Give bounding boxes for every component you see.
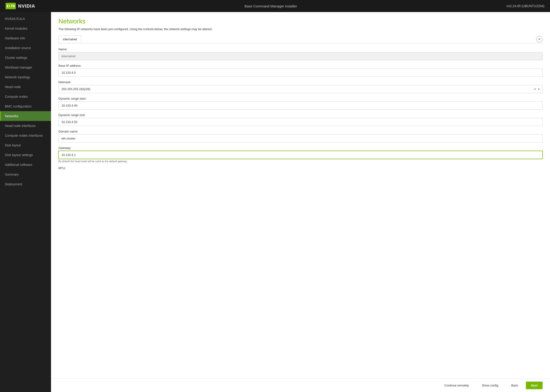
app-version: v10.24.05 (UBUNTU2204) bbox=[507, 4, 544, 8]
tab-bar: internalnet + bbox=[58, 35, 543, 43]
continue-remotely-button[interactable]: Continue remotely bbox=[439, 382, 474, 389]
gateway-label: Gateway: bbox=[58, 146, 543, 150]
dynamic-range-start-field: Dynamic range start: bbox=[58, 97, 543, 110]
netmask-clear-icon[interactable]: ✕ bbox=[533, 87, 537, 91]
sidebar-item-nvdia-eula[interactable]: NVIDIA EULA bbox=[0, 14, 51, 24]
content-footer: Continue remotely Show config Back Next bbox=[51, 378, 550, 392]
base-ip-input[interactable] bbox=[58, 69, 543, 77]
name-label: Name: bbox=[58, 48, 543, 51]
back-button[interactable]: Back bbox=[506, 382, 523, 389]
sidebar-item-kernel-modules[interactable]: Kernel modules bbox=[0, 24, 51, 33]
sidebar-item-summary[interactable]: Summary bbox=[0, 170, 51, 179]
page-title: Networks bbox=[58, 18, 543, 25]
gateway-field: Gateway: By default the head node will b… bbox=[58, 146, 543, 163]
netmask-dropdown-icon[interactable]: ▾ bbox=[537, 88, 541, 91]
base-ip-field: Base IP address: bbox=[58, 64, 543, 77]
name-input[interactable] bbox=[58, 52, 543, 60]
app-title: Base Command Manager installer bbox=[244, 4, 297, 8]
dynamic-range-end-field: Dynamic range end: bbox=[58, 113, 543, 126]
nvidia-brand-text: NVIDIA bbox=[18, 3, 35, 9]
sidebar-item-hardware-info[interactable]: Hardware info bbox=[0, 33, 51, 43]
sidebar-item-installation-source[interactable]: Installation source bbox=[0, 43, 51, 53]
domain-name-label: Domain name: bbox=[58, 130, 543, 133]
sidebar-item-bmc-configuration[interactable]: BMC configuration bbox=[0, 101, 51, 111]
sidebar-item-deployment[interactable]: Deployment bbox=[0, 179, 51, 189]
logo-area: NVIDIA bbox=[6, 3, 35, 9]
main-layout: NVIDIA EULAKernel modulesHardware infoIn… bbox=[0, 12, 550, 392]
nvidia-logo-icon bbox=[6, 3, 16, 9]
gateway-hint: By default the head node will be used as… bbox=[58, 160, 543, 163]
page-description: The following IP networks have been pre-… bbox=[58, 27, 543, 31]
add-tab-button[interactable]: + bbox=[536, 36, 543, 42]
sidebar-item-disk-layout[interactable]: Disk layout bbox=[0, 140, 51, 150]
domain-name-field: Domain name: bbox=[58, 130, 543, 142]
sidebar-item-cluster-settings[interactable]: Cluster settings bbox=[0, 53, 51, 63]
sidebar-item-head-node-interfaces[interactable]: Head node interfaces bbox=[0, 121, 51, 131]
content-scroll: Networks The following IP networks have … bbox=[51, 12, 550, 378]
sidebar-item-disk-layout-settings[interactable]: Disk layout settings bbox=[0, 150, 51, 160]
top-header: NVIDIA Base Command Manager installer v1… bbox=[0, 0, 550, 12]
dynamic-range-start-label: Dynamic range start: bbox=[58, 97, 543, 100]
dynamic-range-end-input[interactable] bbox=[58, 118, 543, 126]
netmask-input[interactable] bbox=[59, 85, 533, 93]
netmask-field: Netmask: ✕ ▾ bbox=[58, 80, 543, 93]
content-area: Networks The following IP networks have … bbox=[51, 12, 550, 392]
mtu-field: MTU: bbox=[58, 166, 543, 170]
dynamic-range-end-label: Dynamic range end: bbox=[58, 113, 543, 117]
next-button[interactable]: Next bbox=[526, 382, 543, 389]
sidebar: NVIDIA EULAKernel modulesHardware infoIn… bbox=[0, 12, 51, 392]
sidebar-item-workload-manager[interactable]: Workload manager bbox=[0, 63, 51, 72]
domain-name-input[interactable] bbox=[58, 134, 543, 142]
base-ip-label: Base IP address: bbox=[58, 64, 543, 67]
show-config-button[interactable]: Show config bbox=[477, 382, 503, 389]
sidebar-item-networks[interactable]: Networks bbox=[0, 111, 51, 121]
name-field: Name: bbox=[58, 48, 543, 60]
sidebar-item-head-node[interactable]: Head node bbox=[0, 82, 51, 92]
sidebar-item-compute-nodes-interfaces[interactable]: Compute nodes interfaces bbox=[0, 131, 51, 140]
netmask-row: ✕ ▾ bbox=[58, 85, 543, 93]
sidebar-item-network-topology[interactable]: Network topology bbox=[0, 72, 51, 82]
sidebar-item-additional-software[interactable]: Additional software bbox=[0, 160, 51, 170]
gateway-input[interactable] bbox=[58, 151, 543, 159]
sidebar-item-compute-nodes[interactable]: Compute nodes bbox=[0, 92, 51, 101]
mtu-label: MTU: bbox=[58, 166, 543, 170]
netmask-label: Netmask: bbox=[58, 80, 543, 84]
tab-internalnet[interactable]: internalnet bbox=[58, 35, 81, 43]
dynamic-range-start-input[interactable] bbox=[58, 101, 543, 110]
